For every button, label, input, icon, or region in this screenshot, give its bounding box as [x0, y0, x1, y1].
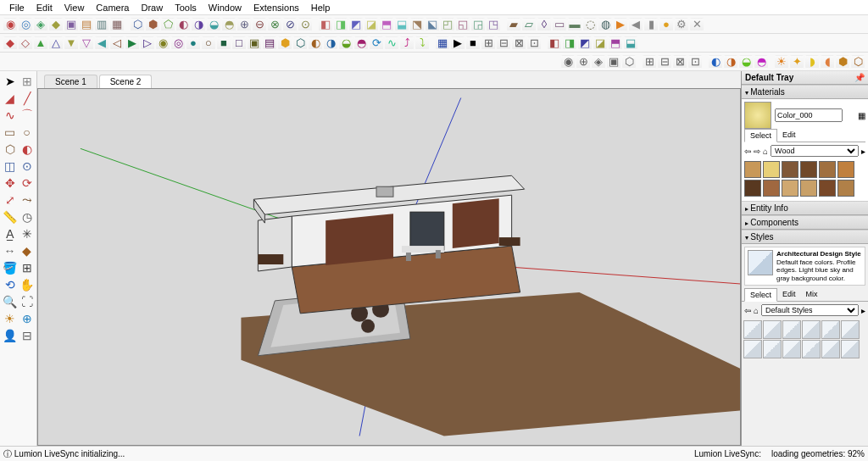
tool-icon[interactable]: ◲ [471, 18, 485, 31]
eraser-tool-icon[interactable]: ◢ [2, 90, 18, 106]
home-icon[interactable]: ⌂ [754, 306, 759, 315]
tool-icon[interactable]: ◈ [592, 55, 605, 69]
tool-icon[interactable]: ◩ [349, 18, 363, 31]
offset-tool-icon[interactable]: ⊙ [19, 158, 35, 174]
tool-icon[interactable]: ☀ [2, 310, 18, 326]
material-create-icon[interactable]: ▦ [858, 111, 865, 120]
details-icon[interactable]: ▸ [861, 147, 865, 156]
tool-icon[interactable]: ◒ [207, 18, 220, 31]
tool-icon[interactable]: ⤵ [415, 36, 429, 50]
tool-icon[interactable]: ⊡ [527, 36, 541, 50]
tool-icon[interactable]: ▽ [80, 36, 93, 50]
tool-icon[interactable]: ⬒ [609, 36, 622, 50]
tool-icon[interactable]: ⬠ [161, 18, 175, 31]
tool-icon[interactable]: ◨ [334, 18, 348, 31]
menu-draw[interactable]: Draw [135, 1, 169, 14]
tool-icon[interactable]: ▼ [64, 36, 78, 50]
tray-pin-icon[interactable]: 📌 [854, 73, 865, 82]
menu-camera[interactable]: Camera [90, 1, 135, 14]
freehand-tool-icon[interactable]: ∿ [2, 107, 18, 123]
material-swatch[interactable] [782, 161, 798, 178]
tool-icon[interactable]: ■ [466, 36, 480, 50]
tool-icon[interactable]: ⊟ [497, 36, 510, 50]
protractor-tool-icon[interactable]: ◷ [19, 208, 35, 225]
material-swatch[interactable] [744, 180, 761, 197]
orbit-tool-icon[interactable]: ⟲ [2, 276, 18, 292]
tool-icon[interactable]: ⊕ [576, 55, 590, 69]
tool-icon[interactable]: ◀ [95, 36, 108, 50]
tool-icon[interactable]: ⚙ [675, 18, 688, 31]
menu-extensions[interactable]: Extensions [248, 1, 305, 14]
tool-icon[interactable]: ⬡ [293, 36, 307, 50]
style-swatch[interactable] [802, 320, 821, 339]
material-swatch[interactable] [782, 180, 798, 197]
line-tool-icon[interactable]: ╱ [19, 90, 35, 106]
material-swatch[interactable] [763, 180, 780, 197]
tape-tool-icon[interactable]: 📏 [2, 208, 18, 225]
tool-icon[interactable]: ◰ [441, 18, 454, 31]
material-swatch[interactable] [819, 180, 836, 197]
tool-icon[interactable]: ⬢ [146, 18, 159, 31]
rectangle-tool-icon[interactable]: ▭ [2, 124, 18, 140]
tool-icon[interactable]: ◍ [598, 18, 612, 31]
tool-icon[interactable]: ▣ [248, 36, 261, 50]
tool-icon[interactable]: ▭ [553, 18, 566, 31]
style-tab-mix[interactable]: Mix [801, 288, 823, 301]
style-tab-edit[interactable]: Edit [777, 288, 801, 301]
tool-icon[interactable]: ⊘ [283, 18, 297, 31]
tool-icon[interactable]: ◪ [593, 36, 607, 50]
tool-icon[interactable]: ✕ [690, 18, 704, 31]
tool-icon[interactable]: 👤 [2, 327, 18, 343]
tool-icon[interactable]: ⬓ [395, 18, 409, 31]
tool-icon[interactable]: ⬡ [851, 55, 865, 69]
tab-scene-1[interactable]: Scene 1 [44, 75, 97, 88]
style-swatch[interactable] [743, 320, 762, 339]
tool-icon[interactable]: ▥ [95, 18, 108, 31]
polygon-tool-icon[interactable]: ⬡ [2, 141, 18, 157]
material-swatch[interactable] [744, 161, 761, 178]
tab-scene-2[interactable]: Scene 2 [99, 75, 153, 88]
tool-icon[interactable]: ⊟ [19, 327, 35, 343]
tool-icon[interactable]: ● [186, 36, 200, 50]
tool-icon[interactable]: ▣ [607, 55, 620, 69]
style-swatch[interactable] [821, 340, 840, 358]
select-tool-icon[interactable]: ➤ [2, 73, 18, 89]
tool-icon[interactable]: ◐ [309, 36, 322, 50]
menu-edit[interactable]: Edit [31, 1, 58, 14]
tool-icon[interactable]: ⊖ [253, 18, 266, 31]
material-swatch[interactable] [837, 161, 854, 178]
tool-icon[interactable]: ⊗ [268, 18, 281, 31]
tool-icon[interactable]: ◳ [487, 18, 500, 31]
material-tab-select[interactable]: Select [744, 129, 777, 142]
pan-tool-icon[interactable]: ✋ [19, 276, 35, 292]
tool-icon[interactable]: ◈ [34, 18, 47, 31]
dimension-tool-icon[interactable]: ↔ [2, 242, 18, 258]
components-panel-header[interactable]: Components [742, 215, 868, 230]
tool-icon[interactable]: ◎ [171, 36, 185, 50]
style-category-select[interactable]: Default Styles [761, 304, 859, 316]
style-swatch[interactable] [782, 320, 801, 339]
material-swatch[interactable] [800, 161, 817, 178]
rotate-tool-icon[interactable]: ⟳ [19, 175, 35, 191]
style-swatch[interactable] [763, 340, 782, 358]
tool-icon[interactable]: ⬕ [426, 18, 439, 31]
zoom-extents-icon[interactable]: ⛶ [19, 293, 35, 309]
followme-tool-icon[interactable]: ⤳ [19, 192, 35, 208]
style-swatch[interactable] [821, 320, 840, 339]
style-swatch[interactable] [763, 320, 782, 339]
back-icon[interactable]: ⇦ [744, 147, 751, 156]
tool-icon[interactable]: △ [49, 36, 63, 50]
tool-icon[interactable]: ◑ [192, 18, 205, 31]
tool-icon[interactable]: ⊕ [19, 310, 35, 326]
material-swatch[interactable] [800, 180, 817, 197]
tool-icon[interactable]: ⊡ [688, 55, 702, 69]
tool-icon[interactable]: ◓ [222, 18, 236, 31]
menu-help[interactable]: Help [305, 1, 337, 14]
tool-icon[interactable]: ◇ [19, 36, 32, 50]
tool-icon[interactable]: ⬡ [131, 18, 144, 31]
tool-icon[interactable]: ⊟ [658, 55, 671, 69]
pushpull-tool-icon[interactable]: ◫ [2, 158, 18, 174]
style-swatch[interactable] [841, 340, 860, 358]
circle-tool-icon[interactable]: ○ [19, 124, 35, 140]
tool-icon[interactable]: ◐ [176, 18, 190, 31]
